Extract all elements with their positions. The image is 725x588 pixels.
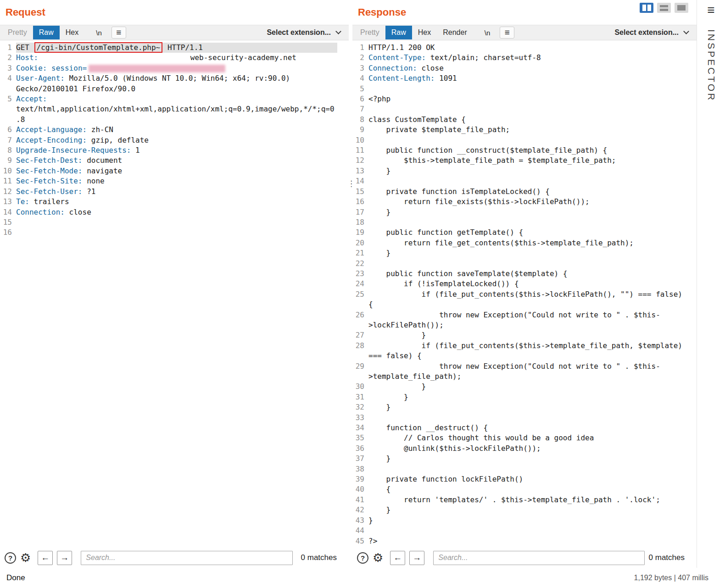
line-number: 6	[0, 125, 12, 135]
columns-layout-button[interactable]	[640, 3, 653, 13]
line-number: 5	[352, 84, 364, 94]
code-line: 31 }	[352, 392, 697, 402]
line-number: 14	[0, 207, 12, 217]
response-select-extension[interactable]: Select extension...	[614, 28, 695, 37]
line-content: return 'templates/' . $this->template_fi…	[368, 495, 690, 505]
line-number: 20	[352, 238, 364, 248]
line-content: $this->template_file_path = $template_fi…	[368, 155, 690, 166]
response-prev-match-button[interactable]: ←	[390, 551, 405, 565]
chevron-down-icon	[335, 28, 341, 34]
code-line: 15	[0, 217, 349, 227]
inspector-label[interactable]: INSPECTOR	[706, 29, 717, 102]
line-number: 23	[352, 269, 364, 279]
code-line: 13 }	[352, 166, 697, 176]
tab-response-pretty[interactable]: Pretty	[354, 26, 385, 39]
code-line: 43}	[352, 516, 697, 526]
line-content: return file_exists($this->lockFilePath()…	[368, 197, 690, 207]
request-search-input[interactable]	[81, 551, 293, 565]
line-number: 38	[352, 464, 364, 474]
line-number: 26	[352, 310, 364, 320]
code-line: 14Connection: close	[0, 207, 349, 217]
code-line: 3Connection: close	[352, 63, 697, 73]
request-settings-button[interactable]: ⚙	[20, 552, 31, 564]
tab-response-raw[interactable]: Raw	[385, 26, 412, 39]
line-content: public function __construct($template_fi…	[368, 145, 690, 155]
code-line: 13Te: trailers	[0, 197, 349, 207]
arrow-right-icon: →	[413, 553, 421, 563]
line-content: Upgrade-Insecure-Requests: 1	[16, 145, 337, 155]
response-settings-button[interactable]: ⚙	[373, 552, 383, 564]
response-match-count: 0 matches	[649, 553, 692, 562]
request-prev-match-button[interactable]: ←	[38, 551, 53, 565]
line-content: Cookie: session=	[16, 63, 337, 73]
rows-layout-icon	[660, 5, 668, 11]
line-number: 7	[0, 135, 12, 145]
arrow-right-icon: →	[60, 553, 69, 563]
code-line: 17 }	[352, 207, 697, 217]
line-content: Connection: close	[368, 63, 690, 73]
line-number: 10	[352, 135, 364, 145]
tab-response-hex[interactable]: Hex	[412, 26, 437, 39]
request-editor[interactable]: 1GET /cgi-bin/CustomTemplate.php~ HTTP/1…	[0, 40, 349, 548]
line-number: 31	[352, 392, 364, 402]
line-number: 2	[352, 53, 364, 63]
single-layout-button[interactable]	[675, 3, 688, 13]
line-content: return file_get_contents($this->template…	[368, 238, 690, 248]
tab-request-pretty[interactable]: Pretty	[2, 26, 33, 39]
code-line: 24 if (!isTemplateLocked()) {	[352, 279, 697, 289]
code-line: 1HTTP/1.1 200 OK	[352, 43, 697, 53]
line-number: 29	[352, 361, 364, 372]
request-select-extension[interactable]: Select extension...	[267, 28, 347, 37]
hamburger-icon: ≡	[116, 28, 121, 38]
line-content: @unlink($this->lockFilePath());	[368, 444, 690, 454]
code-line: 44	[352, 526, 697, 536]
response-search-input[interactable]	[433, 551, 644, 565]
code-line: 33	[352, 413, 697, 423]
line-number: 16	[352, 197, 364, 207]
request-help-button[interactable]: ?	[5, 552, 16, 564]
code-line: 45?>	[352, 536, 697, 546]
line-content: Sec-Fetch-Site: none	[16, 176, 337, 186]
line-number: 25	[352, 289, 364, 300]
tab-request-hex[interactable]: Hex	[60, 26, 84, 39]
code-line: 16	[0, 227, 349, 238]
line-number: 10	[0, 166, 12, 176]
code-line: 4Content-Length: 1091	[352, 73, 697, 83]
tab-response-render[interactable]: Render	[437, 26, 473, 39]
response-metrics: 1,192 bytes | 407 millis	[634, 574, 719, 582]
code-line: 39 private function lockFilePath()	[352, 474, 697, 484]
rows-layout-button[interactable]	[657, 3, 671, 13]
line-content: // Carlos thought this would be a good i…	[368, 433, 690, 443]
line-number: 12	[0, 187, 12, 197]
code-line: 22	[352, 259, 697, 269]
line-content: Connection: close	[16, 207, 337, 217]
code-line: 11Sec-Fetch-Site: none	[0, 176, 349, 186]
response-editor[interactable]: 1HTTP/1.1 200 OK2Content-Type: text/plai…	[352, 40, 697, 548]
code-line: 10	[352, 135, 697, 145]
line-content: Accept-Encoding: gzip, deflate	[16, 135, 337, 145]
response-newline-toggle[interactable]: \n	[480, 26, 496, 39]
response-menu-button[interactable]: ≡	[500, 27, 514, 39]
panel-splitter[interactable]: ⋮	[349, 0, 352, 568]
response-next-match-button[interactable]: →	[409, 551, 424, 565]
code-line: 8class CustomTemplate {	[352, 115, 697, 125]
response-help-button[interactable]: ?	[357, 552, 368, 564]
inspector-menu-button[interactable]: ≡	[707, 4, 714, 17]
splitter-handle-icon[interactable]: ⋮	[347, 180, 355, 188]
line-number: 37	[352, 454, 364, 464]
code-line: 27 }	[352, 330, 697, 340]
line-content: Accept-Language: zh-CN	[16, 125, 337, 135]
code-line: 20 return file_get_contents($this->templ…	[352, 238, 697, 248]
request-next-match-button[interactable]: →	[57, 551, 72, 565]
code-line: 38	[352, 464, 697, 474]
code-line: 12 $this->template_file_path = $template…	[352, 155, 697, 166]
response-tabbar: Pretty Raw Hex Render \n ≡ Select extens…	[352, 25, 697, 40]
request-menu-button[interactable]: ≡	[112, 27, 126, 39]
tab-request-raw[interactable]: Raw	[33, 26, 60, 39]
request-panel-header: Request	[0, 0, 349, 25]
code-line: 30 }	[352, 382, 697, 392]
line-content: private function isTemplateLocked() {	[368, 187, 690, 197]
select-extension-label: Select extension...	[614, 28, 679, 37]
chevron-down-icon	[683, 28, 689, 34]
request-newline-toggle[interactable]: \n	[91, 26, 107, 39]
